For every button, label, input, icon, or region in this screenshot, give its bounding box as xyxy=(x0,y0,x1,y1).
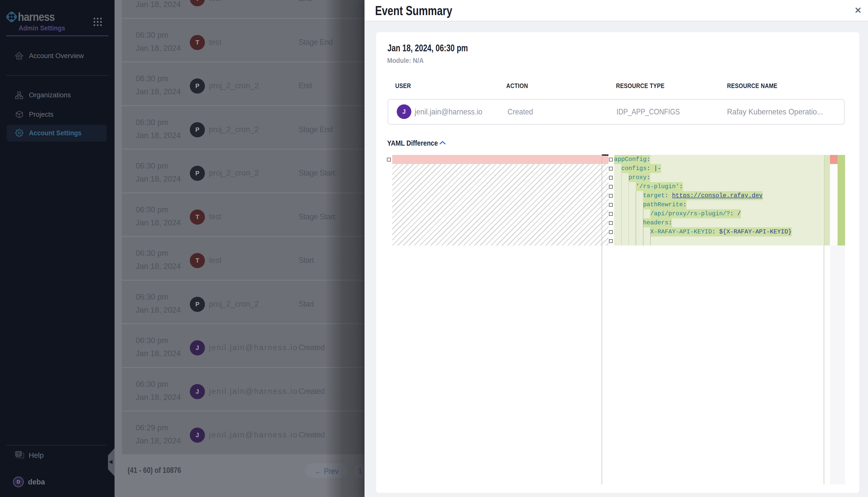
svg-text:?: ? xyxy=(17,452,19,456)
